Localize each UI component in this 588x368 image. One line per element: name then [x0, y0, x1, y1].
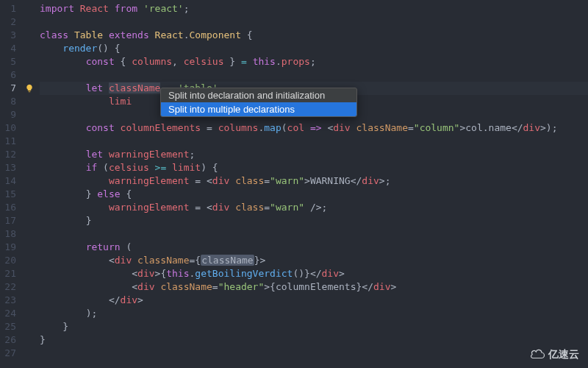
punct: );	[546, 122, 558, 133]
punct: ,	[172, 56, 184, 67]
method: render	[62, 43, 97, 54]
cloud-icon	[529, 349, 545, 359]
keyword: extends	[109, 29, 149, 40]
line-number: 22	[4, 280, 16, 294]
line-number: 2	[4, 15, 16, 29]
line-number: 14	[4, 174, 16, 188]
jsx-tag: div	[137, 268, 154, 279]
jsx-tag: div	[362, 175, 379, 186]
keyword: return	[86, 241, 121, 252]
line-number: 11	[4, 135, 16, 148]
jsx-tag: div	[523, 122, 540, 133]
jsx-tag: div	[322, 268, 339, 279]
keyword: if	[86, 162, 98, 173]
line-number: 20	[4, 254, 16, 267]
line-number: 27	[4, 347, 16, 360]
line-number: 13	[4, 161, 16, 174]
punct: ) {	[201, 162, 218, 173]
string: "column"	[414, 122, 460, 133]
code-editor[interactable]: 1234567891011121314151617181920212223242…	[0, 0, 588, 368]
jsx-attr: className	[160, 281, 212, 292]
intention-actions-popup[interactable]: Split into declaration and initializatio…	[160, 88, 357, 117]
punct: ;	[190, 149, 196, 160]
punct: }	[86, 188, 98, 199]
line-number: 3	[4, 29, 16, 42]
keyword: const	[86, 56, 115, 67]
code-area[interactable]: import React from 'react'; class Table e…	[37, 0, 588, 368]
keyword: const	[86, 122, 115, 133]
keyword: this	[166, 268, 189, 279]
identifier: col	[287, 122, 304, 133]
punct: {	[241, 29, 253, 40]
keyword: this	[247, 56, 276, 67]
line-number: 24	[4, 307, 16, 320]
jsx-tag: div	[115, 255, 132, 266]
identifier: warningElement	[109, 175, 190, 186]
operator: =>	[304, 122, 327, 133]
punct: }	[40, 334, 46, 345]
line-number: 16	[4, 201, 16, 214]
jsx-attr: class	[235, 175, 264, 186]
line-number: 1	[4, 2, 16, 15]
operator: >=	[149, 162, 172, 173]
selected-identifier: className	[109, 82, 160, 93]
identifier: celsius	[109, 162, 149, 173]
identifier: limi	[109, 96, 132, 107]
punct: () {	[97, 43, 120, 54]
watermark-text: 亿速云	[548, 347, 579, 361]
operator: =	[190, 175, 207, 186]
identifier: warningElement	[109, 202, 190, 213]
identifier: celsius	[184, 56, 224, 67]
identifier: React	[80, 3, 109, 14]
svg-rect-0	[29, 91, 31, 93]
punct: .	[184, 29, 190, 40]
line-number: 7	[4, 82, 16, 95]
method: map	[264, 122, 281, 133]
keyword: from	[115, 3, 137, 14]
line-number: 10	[4, 121, 16, 135]
class-name: Table	[74, 29, 103, 40]
line-number: 19	[4, 241, 16, 254]
keyword: class	[40, 29, 68, 40]
jsx-tag: div	[137, 281, 154, 292]
punct: >	[540, 122, 546, 133]
line-number: 6	[4, 68, 16, 82]
identifier: warningElement	[109, 149, 190, 160]
jsx-tag: div	[121, 294, 137, 305]
line-number: 26	[4, 333, 16, 347]
watermark: 亿速云	[529, 347, 579, 361]
punct: (	[282, 122, 287, 133]
identifier: props	[282, 56, 310, 67]
class-name: Component	[190, 29, 241, 40]
class-name: React	[155, 29, 184, 40]
punct: }	[224, 56, 241, 67]
line-number: 21	[4, 267, 16, 280]
punct: {	[121, 188, 132, 199]
line-number: 15	[4, 188, 16, 201]
keyword: let	[86, 82, 103, 93]
punct: ;	[184, 3, 190, 14]
punct: =	[408, 122, 414, 133]
identifier: col.name	[465, 122, 512, 133]
identifier: columns	[132, 56, 172, 67]
method: getBoilingVerdict	[195, 268, 293, 279]
identifier: columns	[218, 122, 259, 133]
string: "header"	[218, 281, 265, 292]
jsx-attr: class	[235, 202, 264, 213]
line-number: 8	[4, 95, 16, 108]
jsx-attr: className	[137, 255, 189, 266]
punct: }	[62, 321, 68, 332]
line-number: 5	[4, 55, 16, 68]
identifier: columnElements	[276, 281, 356, 292]
intention-action-item[interactable]: Split into declaration and initializatio…	[161, 88, 356, 102]
line-number: 23	[4, 294, 16, 307]
line-number: 9	[4, 108, 16, 121]
intention-action-item[interactable]: Split into multiple declarations	[161, 102, 356, 116]
line-number-gutter: 1234567891011121314151617181920212223242…	[0, 0, 22, 368]
keyword: let	[86, 149, 103, 160]
highlighted-usage: className	[201, 255, 254, 266]
text: WARNING	[310, 175, 351, 186]
lightbulb-icon[interactable]	[25, 84, 34, 93]
jsx-tag: div	[212, 175, 229, 186]
line-number: 18	[4, 227, 16, 241]
